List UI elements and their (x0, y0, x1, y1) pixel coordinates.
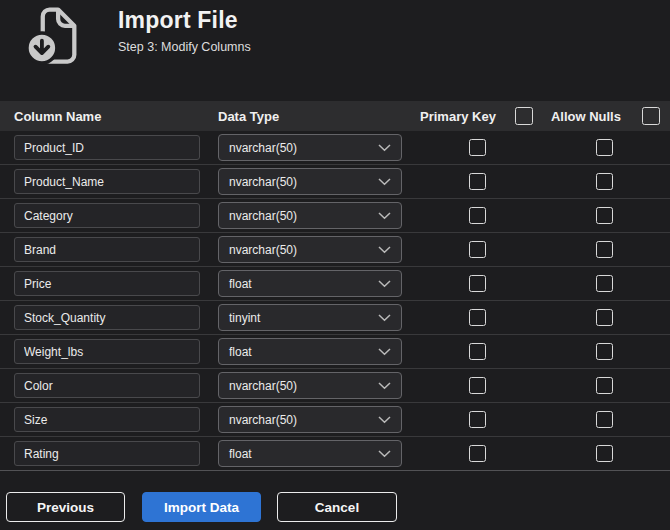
allow-nulls-checkbox[interactable] (596, 173, 613, 190)
primary-key-checkbox[interactable] (469, 377, 486, 394)
dialog-footer: Previous Import Data Cancel (0, 471, 670, 522)
column-name-input[interactable] (14, 441, 200, 466)
data-type-value: nvarchar(50) (229, 243, 297, 257)
select-all-allow-nulls-checkbox[interactable] (642, 107, 660, 125)
chevron-down-icon (378, 447, 391, 461)
column-header-name: Column Name (14, 109, 218, 124)
primary-key-checkbox[interactable] (469, 275, 486, 292)
allow-nulls-checkbox[interactable] (596, 445, 613, 462)
data-type-value: nvarchar(50) (229, 175, 297, 189)
data-type-select[interactable]: float (218, 270, 402, 297)
previous-button[interactable]: Previous (6, 492, 125, 522)
table-row: float (0, 267, 670, 301)
import-file-dialog: Import File Step 3: Modify Columns Colum… (0, 0, 670, 530)
primary-key-checkbox[interactable] (469, 309, 486, 326)
allow-nulls-checkbox[interactable] (596, 241, 613, 258)
data-type-value: nvarchar(50) (229, 141, 297, 155)
column-name-input[interactable] (14, 305, 200, 330)
primary-key-checkbox[interactable] (469, 343, 486, 360)
import-data-button[interactable]: Import Data (142, 492, 261, 522)
allow-nulls-checkbox[interactable] (596, 377, 613, 394)
table-row: float (0, 335, 670, 369)
chevron-down-icon (378, 413, 391, 427)
table-body: nvarchar(50) nvarchar(50) (0, 131, 670, 471)
primary-key-checkbox[interactable] (469, 411, 486, 428)
data-type-value: nvarchar(50) (229, 379, 297, 393)
table-row: nvarchar(50) (0, 233, 670, 267)
allow-nulls-checkbox[interactable] (596, 207, 613, 224)
data-type-select[interactable]: nvarchar(50) (218, 168, 402, 195)
table-row: nvarchar(50) (0, 403, 670, 437)
select-all-primary-key-checkbox[interactable] (515, 107, 533, 125)
page-title: Import File (118, 7, 251, 34)
table-row: nvarchar(50) (0, 199, 670, 233)
table-header: Column Name Data Type Primary Key Allow … (0, 101, 670, 131)
data-type-value: float (229, 345, 252, 359)
primary-key-checkbox[interactable] (469, 207, 486, 224)
data-type-value: float (229, 277, 252, 291)
data-type-value: nvarchar(50) (229, 209, 297, 223)
data-type-select[interactable]: float (218, 338, 402, 365)
table-row: tinyint (0, 301, 670, 335)
allow-nulls-checkbox[interactable] (596, 309, 613, 326)
column-header-type: Data Type (218, 109, 420, 124)
allow-nulls-checkbox[interactable] (596, 275, 613, 292)
data-type-select[interactable]: nvarchar(50) (218, 372, 402, 399)
chevron-down-icon (378, 345, 391, 359)
data-type-select[interactable]: nvarchar(50) (218, 202, 402, 229)
data-type-value: tinyint (229, 311, 260, 325)
dialog-header: Import File Step 3: Modify Columns (0, 0, 670, 101)
table-row: nvarchar(50) (0, 165, 670, 199)
column-name-input[interactable] (14, 135, 200, 160)
primary-key-checkbox[interactable] (469, 139, 486, 156)
column-name-input[interactable] (14, 373, 200, 398)
chevron-down-icon (378, 175, 391, 189)
primary-key-checkbox[interactable] (469, 445, 486, 462)
file-download-icon (24, 4, 82, 72)
data-type-select[interactable]: nvarchar(50) (218, 236, 402, 263)
data-type-select[interactable]: float (218, 440, 402, 467)
chevron-down-icon (378, 277, 391, 291)
chevron-down-icon (378, 141, 391, 155)
title-block: Import File Step 3: Modify Columns (118, 7, 251, 54)
chevron-down-icon (378, 243, 391, 257)
chevron-down-icon (378, 209, 391, 223)
data-type-select[interactable]: tinyint (218, 304, 402, 331)
chevron-down-icon (378, 379, 391, 393)
allow-nulls-checkbox[interactable] (596, 411, 613, 428)
column-name-input[interactable] (14, 339, 200, 364)
table-row: float (0, 437, 670, 471)
column-header-allow-nulls: Allow Nulls (551, 109, 621, 124)
data-type-select[interactable]: nvarchar(50) (218, 406, 402, 433)
page-subtitle: Step 3: Modify Columns (118, 40, 251, 54)
cancel-button[interactable]: Cancel (277, 492, 397, 522)
allow-nulls-checkbox[interactable] (596, 343, 613, 360)
primary-key-checkbox[interactable] (469, 173, 486, 190)
data-type-value: float (229, 447, 252, 461)
allow-nulls-checkbox[interactable] (596, 139, 613, 156)
data-type-select[interactable]: nvarchar(50) (218, 134, 402, 161)
table-row: nvarchar(50) (0, 131, 670, 165)
column-name-input[interactable] (14, 407, 200, 432)
chevron-down-icon (378, 311, 391, 325)
column-name-input[interactable] (14, 203, 200, 228)
primary-key-checkbox[interactable] (469, 241, 486, 258)
column-name-input[interactable] (14, 169, 200, 194)
column-header-primary-key: Primary Key (420, 109, 496, 124)
data-type-value: nvarchar(50) (229, 413, 297, 427)
column-name-input[interactable] (14, 237, 200, 262)
table-row: nvarchar(50) (0, 369, 670, 403)
column-name-input[interactable] (14, 271, 200, 296)
